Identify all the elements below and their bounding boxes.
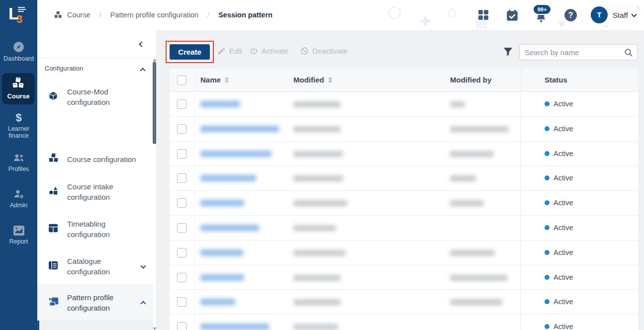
- nav-dashboard[interactable]: Dashboard: [0, 41, 37, 62]
- row-modified-redacted: [293, 101, 341, 107]
- sidebar-item-pattern-profile-config[interactable]: Pattern profile configuration: [37, 284, 153, 321]
- breadcrumb-session-pattern: Session pattern: [218, 11, 273, 19]
- breadcrumb-pattern-profile[interactable]: Pattern profile configuration: [110, 11, 198, 19]
- row-name-link-redacted[interactable]: [200, 175, 256, 181]
- row-name-link-redacted[interactable]: [200, 274, 244, 281]
- app-logo[interactable]: L 3: [0, 0, 37, 31]
- sidebar-scrollbar[interactable]: [152, 59, 157, 330]
- table-header: Name Modified Modified by Status: [170, 69, 638, 92]
- row-name-link-redacted[interactable]: [200, 324, 269, 330]
- row-name-link-redacted[interactable]: [200, 249, 243, 256]
- row-modified-by-redacted: [450, 101, 465, 107]
- sidebar-item-course-mod-config[interactable]: Course-Mod configuration: [37, 81, 153, 113]
- help-icon[interactable]: ?: [564, 9, 577, 21]
- table-row: Active: [170, 142, 638, 166]
- shapes-icon: [48, 186, 61, 198]
- collapse-sidebar-icon[interactable]: [139, 41, 144, 47]
- filter-icon[interactable]: [503, 47, 513, 58]
- status-dot: [545, 225, 550, 230]
- row-modified-by-redacted: [450, 151, 494, 157]
- row-modified-redacted: [293, 175, 343, 181]
- table-body: ActiveActiveActiveActiveActiveActiveActi…: [170, 92, 638, 330]
- row-modified-redacted: [293, 324, 338, 330]
- search-input[interactable]: [525, 45, 622, 59]
- row-modified-by-redacted: [450, 299, 502, 305]
- status-label: Active: [553, 273, 573, 281]
- table-row: Active: [170, 166, 638, 191]
- row-checkbox[interactable]: [177, 248, 186, 257]
- apps-grid-icon[interactable]: [477, 9, 489, 23]
- nav-report[interactable]: Report: [0, 225, 37, 245]
- column-header-modified[interactable]: Modified: [293, 76, 332, 84]
- table-row: Active: [170, 290, 638, 315]
- sidebar-item-timetabling-config[interactable]: Timetabling configuration: [37, 213, 153, 246]
- row-checkbox[interactable]: [177, 124, 186, 134]
- status-badge: Active: [545, 298, 573, 306]
- status-badge: Active: [545, 323, 573, 330]
- row-checkbox[interactable]: [177, 273, 186, 282]
- deactivate-button[interactable]: Deactivate: [300, 47, 348, 55]
- compass-icon: [0, 41, 37, 53]
- row-name-link-redacted[interactable]: [200, 299, 235, 305]
- row-modified-redacted: [293, 275, 341, 281]
- status-dot: [545, 175, 550, 180]
- search-icon[interactable]: [624, 48, 633, 59]
- sidebar-section-title[interactable]: Configuration: [45, 65, 149, 72]
- people-icon: [0, 153, 37, 164]
- chart-icon: [0, 225, 37, 236]
- status-dot: [545, 250, 550, 255]
- pattern-icon: [48, 297, 61, 309]
- status-dot: [545, 200, 550, 205]
- power-icon: [250, 47, 258, 55]
- row-checkbox[interactable]: [177, 173, 186, 183]
- nav-admin[interactable]: Admin: [0, 189, 37, 209]
- row-name-link-redacted[interactable]: [200, 126, 279, 132]
- sidebar-item-course-intake-config[interactable]: Course intake configuration: [37, 175, 153, 208]
- column-header-name[interactable]: Name: [200, 76, 229, 84]
- status-badge: Active: [545, 273, 573, 281]
- scrollbar-thumb[interactable]: [153, 62, 156, 144]
- status-badge: Active: [545, 174, 573, 182]
- select-all-checkbox[interactable]: [177, 76, 186, 85]
- create-button[interactable]: Create: [170, 44, 210, 60]
- status-badge: Active: [545, 248, 573, 256]
- edit-button[interactable]: Edit: [217, 47, 242, 55]
- row-checkbox[interactable]: [177, 99, 186, 109]
- user-menu[interactable]: T Staff: [589, 5, 640, 25]
- sidebar-subitem-session-pattern[interactable]: → Session pattern: [37, 321, 153, 330]
- row-name-link-redacted[interactable]: [200, 200, 244, 206]
- status-label: Active: [553, 199, 573, 207]
- row-name-link-redacted[interactable]: [200, 225, 259, 231]
- row-modified-by-redacted: [450, 275, 507, 281]
- nav-profiles[interactable]: Profiles: [0, 153, 37, 172]
- row-checkbox[interactable]: [177, 198, 186, 208]
- row-name-link-redacted[interactable]: [200, 101, 240, 107]
- search-box: [519, 44, 638, 60]
- row-modified-by-redacted: [450, 200, 484, 206]
- doodle-plus: ✚: [420, 14, 431, 29]
- table-icon: [48, 224, 61, 235]
- task-calendar-icon[interactable]: [506, 9, 519, 24]
- row-checkbox[interactable]: [177, 297, 186, 307]
- row-modified-redacted: [293, 225, 336, 231]
- nav-course[interactable]: Course: [2, 73, 35, 104]
- nav-learner-finance[interactable]: $ Learner finance: [0, 112, 37, 140]
- row-name-link-redacted[interactable]: [200, 151, 272, 157]
- status-label: Active: [553, 150, 573, 158]
- user-gear-icon: [0, 189, 37, 200]
- activate-button[interactable]: Activate: [250, 47, 288, 55]
- doodle-house: ⌂: [448, 3, 457, 20]
- row-checkbox[interactable]: [177, 322, 186, 330]
- dollar-icon: $: [15, 111, 21, 124]
- breadcrumb-course[interactable]: Course: [67, 11, 91, 19]
- sidebar-item-course-config[interactable]: Course configuration: [37, 147, 153, 171]
- sort-icons[interactable]: [328, 77, 332, 83]
- main-content: Create Edit Activate Deactivate Name Mod…: [157, 30, 644, 330]
- status-badge: Active: [545, 100, 573, 108]
- row-checkbox[interactable]: [177, 149, 186, 159]
- table-row: Active: [170, 92, 638, 117]
- sort-icons[interactable]: [225, 77, 229, 83]
- row-checkbox[interactable]: [177, 223, 186, 233]
- cubes-icon: [48, 153, 61, 165]
- status-label: Active: [553, 224, 573, 232]
